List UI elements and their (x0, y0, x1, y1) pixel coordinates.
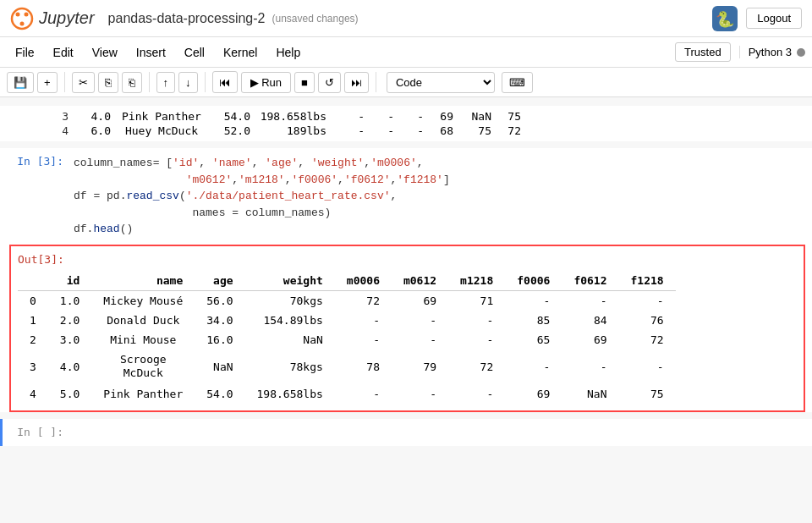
jupyter-logo: Jupyter (10, 7, 95, 30)
pr3-weight: 198.658lbs (250, 110, 326, 123)
table-row: 4 5.0 Pink Panther 54.0 198.658lbs - - -… (18, 384, 676, 404)
col-header-m0612: m0612 (392, 271, 448, 291)
run-button[interactable]: ▶ Run (241, 72, 291, 93)
keyboard-shortcuts-button[interactable]: ⌨ (502, 72, 533, 93)
svg-text:🐍: 🐍 (716, 10, 735, 29)
pr3-m0006: - (326, 110, 365, 123)
menu-cell[interactable]: Cell (176, 42, 213, 63)
move-up-button[interactable]: ↑ (156, 72, 176, 93)
dataframe-table: id name age weight m0006 m0612 m1218 f00… (18, 271, 676, 405)
col-header-weight: weight (245, 271, 335, 291)
col-header-age: age (195, 271, 244, 291)
cell-m0006: 72 (335, 290, 392, 311)
kernel-label: Python 3 (749, 46, 792, 58)
cell-m0006: - (335, 311, 392, 330)
move-down-button[interactable]: ↓ (178, 72, 198, 93)
cell-name: ScroogeMcDuck (91, 350, 195, 385)
menu-kernel[interactable]: Kernel (215, 42, 266, 63)
cell-m0612: 79 (392, 350, 448, 385)
cell-name: Mickey Mousé (91, 290, 195, 311)
cell-weight: 78kgs (245, 350, 335, 385)
menu-insert[interactable]: Insert (128, 42, 174, 63)
paste-button[interactable]: ⎗ (122, 72, 142, 93)
trusted-button[interactable]: Trusted (675, 42, 731, 62)
pr4-age: 52.0 (212, 124, 250, 137)
col-header-f0006: f0006 (505, 271, 562, 291)
cell-f1218: 76 (619, 311, 676, 330)
add-cell-button[interactable]: + (37, 72, 58, 93)
cell-idx: 0 (18, 290, 48, 311)
python-logo-icon: 🐍 (712, 6, 738, 31)
cell-3-input: In [3]: column_names= ['id', 'name', 'ag… (3, 148, 812, 245)
menu-file[interactable]: File (7, 42, 43, 63)
cell-type-select[interactable]: Code Markdown Raw NBConvert Heading (387, 72, 495, 93)
cell-f0612: 84 (562, 311, 618, 330)
cell-id: 4.0 (48, 350, 91, 385)
pr3-f0006: 69 (424, 110, 453, 123)
svg-point-1 (16, 12, 20, 16)
code-line-5: df.head() (74, 221, 809, 238)
col-header-m0006: m0006 (335, 271, 392, 291)
code-line-2: 'm0612','m1218','f0006','f0612','f1218'] (74, 172, 809, 189)
pr3-m0612: - (365, 110, 394, 123)
stop-button[interactable]: ■ (294, 72, 315, 93)
topbar: Jupyter pandas-data-processing-2 (unsave… (0, 0, 812, 37)
svg-point-2 (25, 12, 29, 16)
cell-3-code[interactable]: column_names= ['id', 'name', 'age', 'wei… (70, 153, 812, 239)
partial-output-area: 3 4.0 Pink Panther 54.0 198.658lbs - - -… (0, 106, 812, 141)
cell-idx: 4 (18, 384, 48, 404)
cell-age: 34.0 (195, 311, 244, 330)
cell-idx: 2 (18, 330, 48, 350)
restart-run-button[interactable]: ⏭ (344, 72, 369, 93)
cell-f1218: 75 (619, 384, 676, 404)
cell-f1218: 72 (619, 330, 676, 350)
cell-id: 2.0 (48, 311, 91, 330)
cell-name: Mini Mouse (91, 330, 195, 350)
copy-button[interactable]: ⎘ (98, 72, 118, 93)
pr4-f0612: 75 (453, 124, 491, 137)
pr4-f0006: 68 (424, 124, 453, 137)
cut-button[interactable]: ✂ (72, 72, 95, 93)
menu-edit[interactable]: Edit (45, 42, 82, 63)
partial-row-3: 3 4.0 Pink Panther 54.0 198.658lbs - - -… (3, 109, 812, 124)
cell-4-label: In [ ]: (3, 424, 70, 441)
col-header-f1218: f1218 (619, 271, 676, 291)
code-line-4: names = column_names) (74, 205, 809, 222)
cell-m1218: 72 (448, 350, 505, 385)
save-button[interactable]: 💾 (7, 72, 34, 93)
cell-m0612: - (392, 311, 448, 330)
pr3-f1218: 75 (491, 110, 521, 123)
menu-view[interactable]: View (84, 42, 126, 63)
restart-button[interactable]: ↺ (318, 72, 341, 93)
cell-f0612: - (562, 290, 618, 311)
code-line-1: column_names= ['id', 'name', 'age', 'wei… (74, 155, 809, 172)
menubar: File Edit View Insert Cell Kernel Help T… (0, 37, 812, 68)
toolbar-separator-1 (64, 72, 65, 92)
unsaved-label: (unsaved changes) (272, 13, 358, 25)
col-header-m1218: m1218 (448, 271, 505, 291)
col-header-f0612: f0612 (562, 271, 618, 291)
logout-button[interactable]: Logout (746, 8, 802, 29)
pr4-weight: 189lbs (250, 124, 326, 137)
cell-3-label: In [3]: (3, 153, 70, 168)
pr4-m1218: - (394, 124, 424, 137)
menu-help[interactable]: Help (267, 42, 309, 63)
cell-m0006: - (335, 330, 392, 350)
kernel-status-circle (797, 48, 805, 57)
pr3-m1218: - (394, 110, 424, 123)
cell-age: 54.0 (195, 384, 244, 404)
pr4-id: 6.0 (77, 124, 111, 137)
partial-row-3-idx: 3 (53, 110, 77, 123)
partial-row-4-idx: 4 (53, 124, 77, 137)
col-header-name: name (91, 271, 195, 291)
cell-m0612: 69 (392, 290, 448, 311)
kernel-indicator: Python 3 (739, 46, 805, 58)
cell-4-input[interactable] (70, 424, 812, 441)
cell-weight: NaN (245, 330, 335, 350)
partial-row-3-data: 4.0 Pink Panther 54.0 198.658lbs - - - 6… (77, 110, 521, 123)
toolbar-separator-3 (205, 72, 206, 92)
cell-f1218: - (619, 290, 676, 311)
cell-3: In [3]: column_names= ['id', 'name', 'ag… (0, 148, 812, 412)
pr4-f1218: 72 (491, 124, 521, 137)
step-button[interactable]: ⏮ (212, 71, 238, 93)
